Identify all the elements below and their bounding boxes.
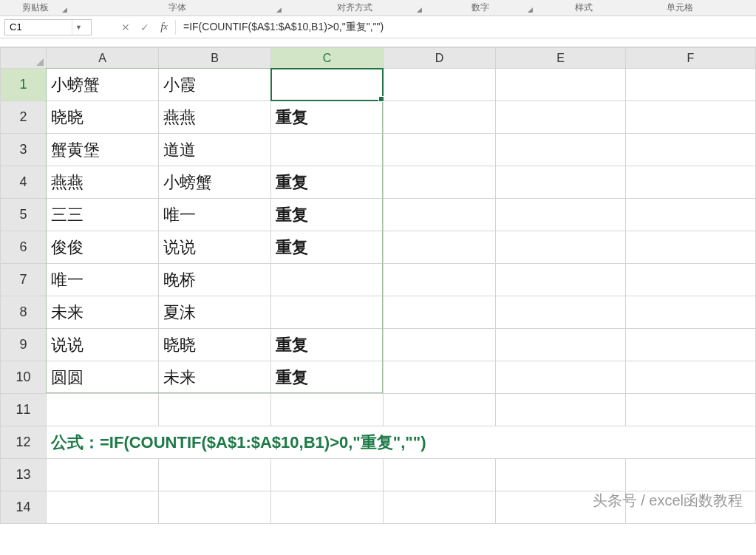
- cell-A10[interactable]: 圆圆: [47, 361, 159, 394]
- cell-F7[interactable]: [626, 264, 756, 296]
- enter-icon[interactable]: ✓: [135, 19, 154, 35]
- cell-B2[interactable]: 燕燕: [159, 101, 271, 134]
- cell-C8[interactable]: [271, 296, 384, 329]
- cell-F13[interactable]: [626, 459, 756, 491]
- cell-E8[interactable]: [496, 296, 626, 329]
- cancel-icon[interactable]: ✕: [116, 19, 135, 35]
- cell-C10[interactable]: 重复: [271, 361, 384, 394]
- cell-E7[interactable]: [496, 264, 626, 296]
- name-box-input[interactable]: [5, 21, 72, 33]
- col-header-C[interactable]: C: [271, 48, 384, 69]
- cell-C14[interactable]: [271, 491, 384, 524]
- cell-A11[interactable]: [47, 394, 159, 426]
- col-header-B[interactable]: B: [159, 48, 271, 69]
- insert-function-icon[interactable]: fx: [154, 19, 174, 35]
- cell-B14[interactable]: [159, 491, 271, 524]
- cell-A5[interactable]: 三三: [47, 199, 159, 231]
- cell-B9[interactable]: 晓晓: [159, 329, 271, 361]
- cell-F10[interactable]: [626, 361, 756, 394]
- cell-E4[interactable]: [496, 166, 626, 199]
- cell-B10[interactable]: 未来: [159, 361, 271, 394]
- col-header-A[interactable]: A: [47, 48, 159, 69]
- row-header-2[interactable]: 2: [1, 101, 47, 134]
- row-header-1[interactable]: 1: [1, 69, 47, 101]
- cell-D5[interactable]: [384, 199, 496, 231]
- cell-E3[interactable]: [496, 134, 626, 166]
- row-header-10[interactable]: 10: [1, 361, 47, 394]
- cell-D10[interactable]: [384, 361, 496, 394]
- cell-C11[interactable]: [271, 394, 384, 426]
- cell-F9[interactable]: [626, 329, 756, 361]
- row-header-13[interactable]: 13: [1, 459, 47, 491]
- cell-C7[interactable]: [271, 264, 384, 296]
- cell-D7[interactable]: [384, 264, 496, 296]
- cell-B5[interactable]: 唯一: [159, 199, 271, 231]
- row-header-7[interactable]: 7: [1, 264, 47, 296]
- cell-E10[interactable]: [496, 361, 626, 394]
- cell-D6[interactable]: [384, 231, 496, 264]
- cell-F2[interactable]: [626, 101, 756, 134]
- cell-F1[interactable]: [626, 69, 756, 101]
- cell-D1[interactable]: [384, 69, 496, 101]
- cell-F8[interactable]: [626, 296, 756, 329]
- cell-F14[interactable]: [626, 491, 756, 524]
- cell-B3[interactable]: 道道: [159, 134, 271, 166]
- dialog-launcher-icon[interactable]: ◢: [415, 5, 423, 14]
- cell-F4[interactable]: [626, 166, 756, 199]
- cell-A2[interactable]: 晓晓: [47, 101, 159, 134]
- col-header-E[interactable]: E: [496, 48, 626, 69]
- cell-E6[interactable]: [496, 231, 626, 264]
- cell-A3[interactable]: 蟹黄堡: [47, 134, 159, 166]
- cell-A8[interactable]: 未来: [47, 296, 159, 329]
- cell-E9[interactable]: [496, 329, 626, 361]
- cell-E1[interactable]: [496, 69, 626, 101]
- cell-D9[interactable]: [384, 329, 496, 361]
- cell-A12[interactable]: 公式：=IF(COUNTIF($A$1:$A$10,B1)>0,"重复",""): [47, 426, 756, 459]
- row-header-4[interactable]: 4: [1, 166, 47, 199]
- row-header-9[interactable]: 9: [1, 329, 47, 361]
- cell-A6[interactable]: 俊俊: [47, 231, 159, 264]
- cell-B7[interactable]: 晚桥: [159, 264, 271, 296]
- cell-B1[interactable]: 小霞: [159, 69, 271, 101]
- cell-B8[interactable]: 夏沫: [159, 296, 271, 329]
- cell-D8[interactable]: [384, 296, 496, 329]
- dialog-launcher-icon[interactable]: ◢: [525, 5, 534, 14]
- cell-C3[interactable]: [271, 134, 384, 166]
- cell-B13[interactable]: [159, 459, 271, 491]
- row-header-12[interactable]: 12: [1, 426, 47, 459]
- name-box-dropdown-icon[interactable]: ▼: [72, 20, 85, 35]
- col-header-D[interactable]: D: [384, 48, 496, 69]
- cell-D11[interactable]: [384, 394, 496, 426]
- row-header-8[interactable]: 8: [1, 296, 47, 329]
- cell-B11[interactable]: [159, 394, 271, 426]
- cell-A7[interactable]: 唯一: [47, 264, 159, 296]
- row-header-14[interactable]: 14: [1, 491, 47, 524]
- select-all-corner[interactable]: [1, 48, 47, 69]
- row-header-5[interactable]: 5: [1, 199, 47, 231]
- cell-E11[interactable]: [496, 394, 626, 426]
- cell-D3[interactable]: [384, 134, 496, 166]
- cell-C4[interactable]: 重复: [271, 166, 384, 199]
- cell-E5[interactable]: [496, 199, 626, 231]
- cell-A14[interactable]: [47, 491, 159, 524]
- cell-D4[interactable]: [384, 166, 496, 199]
- name-box[interactable]: ▼: [4, 19, 92, 35]
- cell-E13[interactable]: [496, 459, 626, 491]
- cell-F5[interactable]: [626, 199, 756, 231]
- formula-input[interactable]: [177, 19, 756, 35]
- cell-D2[interactable]: [384, 101, 496, 134]
- cell-C2[interactable]: 重复: [271, 101, 384, 134]
- cell-B6[interactable]: 说说: [159, 231, 271, 264]
- cell-B4[interactable]: 小螃蟹: [159, 166, 271, 199]
- cell-F3[interactable]: [626, 134, 756, 166]
- cell-A9[interactable]: 说说: [47, 329, 159, 361]
- cell-C6[interactable]: 重复: [271, 231, 384, 264]
- row-header-3[interactable]: 3: [1, 134, 47, 166]
- row-header-11[interactable]: 11: [1, 394, 47, 426]
- cell-A1[interactable]: 小螃蟹: [47, 69, 159, 101]
- dialog-launcher-icon[interactable]: ◢: [274, 5, 283, 14]
- cell-E2[interactable]: [496, 101, 626, 134]
- cell-C5[interactable]: 重复: [271, 199, 384, 231]
- cell-C1[interactable]: [271, 69, 384, 101]
- cell-A4[interactable]: 燕燕: [47, 166, 159, 199]
